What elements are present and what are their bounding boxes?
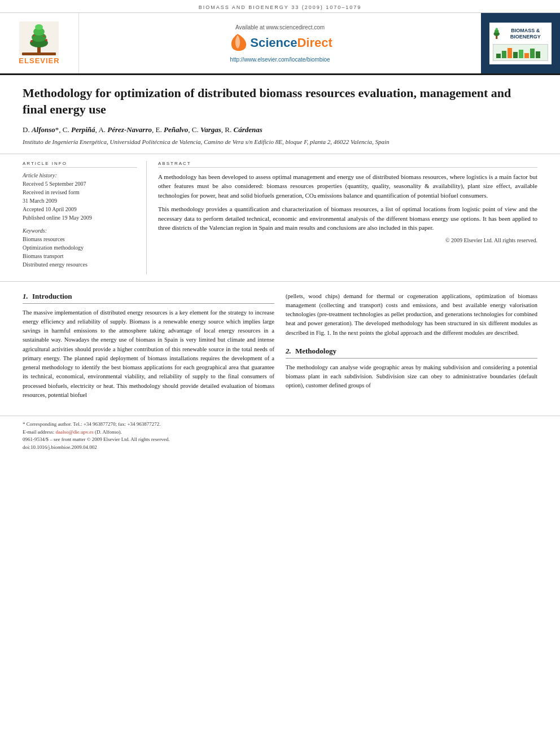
svg-rect-16 [502,51,506,58]
svg-point-14 [495,28,497,30]
sciencedirect-leaf-icon [228,33,248,53]
keyword-4: Distributed energy resources [23,260,137,269]
journal-logo-section: BIOMASS & BIOENERGY [481,13,560,73]
introduction-num: 1. [23,292,28,300]
article-history: Article history: Received 5 September 20… [23,172,137,222]
svg-point-8 [33,35,35,37]
keyword-3: Biomass transport [23,252,137,260]
keyword-1: Biomass resources [23,235,137,243]
abstract-paragraph-2: This methodology provides a quantificati… [158,204,537,233]
svg-rect-18 [513,52,518,58]
available-text: Available at www.sciencedirect.com [235,24,325,30]
author-e-penalvo: E. Peñalvo, [156,125,190,134]
introduction-title: Introduction [32,292,72,300]
sciencedirect-text: ScienceDirect [250,36,333,50]
elsevier-logo-section: ELSEVIER [0,13,79,73]
journal-header: BIOMASS AND BIOENERGY 33 (2009) 1070–107… [0,0,560,13]
article-info-label: ARTICLE INFO [23,161,137,168]
abstract-column: ABSTRACT A methodology has been develope… [158,161,537,274]
right-body-column: (pellets, wood chips) demand for thermal… [286,292,537,400]
email-suffix: (D. Alfonso). [94,429,122,435]
author-a-perez: A. Pérez-Navarro, [98,125,154,134]
sciencedirect-section: Available at www.sciencedirect.com Scien… [79,13,481,73]
introduction-heading: 1. Introduction [23,292,274,304]
accepted-date: Accepted 10 April 2009 [23,205,137,213]
email-label: E-mail address: [23,429,55,435]
email-link[interactable]: daalso@die.upv.es [55,429,93,435]
journal-logo-box: BIOMASS & BIOENERGY [489,23,552,64]
doi-note: doi:10.1016/j.biombioe.2009.04.002 [23,444,537,452]
intro-right-text: (pellets, wood chips) demand for thermal… [286,292,537,338]
author-c-perpina: C. Perpiñá, [63,125,97,134]
published-date: Published online 19 May 2009 [23,213,137,222]
article-info-abstract-section: ARTICLE INFO Article history: Received 5… [0,154,560,282]
article-title-section: Methodology for optimization of distribu… [0,75,560,154]
issn-note: 0961-9534/$ – see front matter © 2009 El… [23,436,537,444]
svg-rect-10 [22,53,56,55]
abstract-paragraph-1: A methodology has been developed to asse… [158,172,537,200]
svg-rect-19 [519,50,523,58]
svg-rect-20 [524,53,529,58]
introduction-text: The massive implementation of distribute… [23,308,274,400]
sciencedirect-logo: ScienceDirect [228,33,333,53]
keywords-block: Keywords: Biomass resources Optimization… [23,228,137,269]
svg-point-6 [30,40,33,42]
corresponding-author-text: * Corresponding author. Tel.: +34 963877… [23,421,161,427]
article-title: Methodology for optimization of distribu… [23,85,537,117]
svg-point-9 [43,36,45,37]
received-date: Received 5 September 2007 [23,180,137,188]
introduction-column: 1. Introduction The massive implementati… [23,292,274,400]
journal-header-text: BIOMASS AND BIOENERGY 33 (2009) 1070–107… [199,5,361,10]
author-d-alfonso: D. Alfonso*, [23,125,61,134]
email-note: E-mail address: daalso@die.upv.es (D. Al… [23,429,537,436]
svg-point-7 [45,39,47,41]
article-affiliation: Instituto de Ingeniería Energética, Univ… [23,138,537,146]
banner: ELSEVIER Available at www.sciencedirect.… [0,13,560,75]
elsevier-logo: ELSEVIER [19,21,59,65]
author-c-vargas: C. Vargas, [192,125,223,134]
methodology-heading: 2. Methodology [286,347,537,359]
keyword-2: Optimization methodology [23,243,137,252]
abstract-copyright: © 2009 Elsevier Ltd. All rights reserved… [158,237,537,243]
svg-rect-21 [530,49,535,58]
revised-date: Received in revised form31 March 2009 [23,188,137,205]
svg-point-5 [35,24,43,30]
footnotes-section: * Corresponding author. Tel.: +34 963877… [0,416,560,456]
journal-logo-chart [493,44,548,61]
methodology-title: Methodology [295,347,336,355]
elsevier-tree-icon [19,21,59,55]
journal-url: http://www.elsevier.com/locate/biombioe [230,56,330,63]
abstract-label: ABSTRACT [158,161,537,168]
page: BIOMASS AND BIOENERGY 33 (2009) 1070–107… [0,0,560,747]
svg-rect-17 [508,48,512,58]
history-heading: Article history: [23,172,137,178]
article-info-column: ARTICLE INFO Article history: Received 5… [23,161,147,274]
svg-rect-22 [536,51,540,58]
svg-rect-15 [496,54,501,58]
journal-logo-title: BIOMASS & BIOENERGY [502,28,548,40]
biomass-logo-icon [493,26,500,42]
author-r-cardenas: R. Cárdenas [225,125,262,134]
methodology-text: The methodology can analyse wide geograp… [286,363,537,391]
elsevier-text: ELSEVIER [19,56,59,65]
methodology-num: 2. [286,347,291,355]
keywords-heading: Keywords: [23,228,137,234]
article-authors: D. Alfonso*, C. Perpiñá, A. Pérez-Navarr… [23,125,537,134]
corresponding-author-note: * Corresponding author. Tel.: +34 963877… [23,421,537,429]
main-body-section: 1. Introduction The massive implementati… [0,282,560,410]
